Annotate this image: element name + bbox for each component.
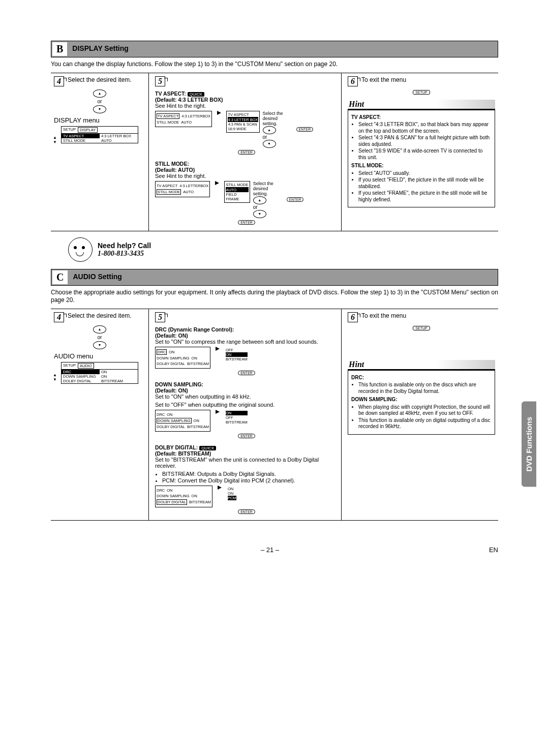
hint-still-mode-head: STILL MODE: bbox=[351, 163, 492, 169]
still-mode-hint: See Hint to the right. bbox=[155, 173, 338, 179]
audio-steps: 4 Select the desired item. or AUDIO menu… bbox=[51, 309, 498, 521]
dolby-opts: ON ON PCM bbox=[227, 486, 237, 501]
tv-aspect-head: TV ASPECT: QUICK bbox=[155, 90, 338, 97]
enter-button-icon: ENTER bbox=[296, 127, 314, 132]
step6-text: To exit the menu bbox=[361, 76, 406, 83]
hint-drc-head: DRC: bbox=[351, 375, 492, 381]
hint-item: Select "AUTO" usually. bbox=[358, 170, 492, 177]
osd-tab-audio: AUDIO bbox=[78, 363, 94, 369]
section-b-intro: You can change the display functions. Fo… bbox=[51, 61, 498, 69]
step-number-4: 4 bbox=[54, 312, 64, 322]
hint-item: Select "4:3 PAN & SCAN" for a full heigh… bbox=[358, 135, 492, 147]
page-number: – 21 – bbox=[261, 546, 279, 554]
arrow-right-icon bbox=[218, 486, 222, 490]
step6-text: To exit the menu bbox=[361, 312, 406, 319]
display-step6: 6 To exit the menu SETUP Hint TV ASPECT:… bbox=[345, 73, 498, 231]
page-lang: EN bbox=[489, 546, 498, 554]
up-button-icon bbox=[93, 325, 106, 334]
select-setting-label: Select the desired setting. or bbox=[253, 181, 284, 218]
hint-heading: Hint bbox=[348, 100, 495, 110]
dolby-bullet: PCM: Convert the Dolby Digital into PCM … bbox=[162, 477, 338, 483]
down-desc2: Set to "OFF" when outputting the origina… bbox=[155, 402, 338, 408]
down-opts: ON OFF BITSTREAM bbox=[225, 410, 249, 426]
drc-rows: DRCON DOWN SAMPLINGON DOLBY DIGITALBITST… bbox=[155, 347, 210, 369]
enter-button-icon: ENTER bbox=[287, 197, 304, 202]
arrow-right-icon bbox=[216, 347, 220, 351]
hint-ds-head: DOWN SAMPLING: bbox=[351, 397, 492, 403]
help-face-icon bbox=[68, 237, 93, 262]
enter-button-icon: ENTER bbox=[238, 434, 255, 438]
dolby-default: (Default: BITSTREAM) bbox=[155, 450, 338, 457]
help-phone: 1-800-813-3435 bbox=[98, 250, 151, 258]
drc-default: (Default: ON) bbox=[155, 332, 338, 339]
enter-button-icon: ENTER bbox=[238, 509, 255, 514]
scroll-arrows-icon: ▲▼ bbox=[53, 135, 57, 144]
dolby-head: DOLBY DIGITAL: QUICK bbox=[155, 444, 338, 450]
still-detail-rows: TV ASPECT4:3 LETTERBOX STILL MODEAUTO bbox=[155, 181, 210, 197]
section-c-title: AUDIO Setting bbox=[69, 269, 498, 285]
setup-button-icon: SETUP bbox=[413, 326, 430, 330]
audio-hint-box: DRC: This function is available only on … bbox=[348, 370, 495, 435]
arrow-right-icon bbox=[216, 410, 220, 414]
hint-item: This function is available only on the d… bbox=[358, 382, 492, 395]
dolby-bullet: BITSTREAM: Outputs a Dolby Digital Signa… bbox=[162, 471, 338, 477]
up-button-icon bbox=[93, 89, 106, 98]
down-head: DOWN SAMPLING: bbox=[155, 381, 338, 387]
quick-badge: QUICK bbox=[188, 92, 204, 97]
step-number-4: 4 bbox=[54, 76, 64, 86]
page-footer: – 21 – EN bbox=[51, 546, 498, 554]
display-hint-box: TV ASPECT: Select "4:3 LETTER BOX", so t… bbox=[348, 110, 495, 208]
or-label: or bbox=[54, 335, 145, 340]
drc-head: DRC (Dynamic Range Control): bbox=[155, 326, 338, 332]
audio-step4: 4 Select the desired item. or AUDIO menu… bbox=[51, 309, 149, 520]
section-c-header: C AUDIO Setting bbox=[51, 269, 498, 286]
step-number-5: 5 bbox=[155, 312, 165, 322]
side-tab-dvd-functions: DVD Functions bbox=[522, 402, 536, 487]
hint-item: Select "4:3 LETTER BOX", so that black b… bbox=[358, 122, 492, 134]
quick-badge: QUICK bbox=[199, 446, 216, 450]
osd-tab-display: DISPLAY bbox=[78, 127, 98, 133]
display-step5: 5 TV ASPECT: QUICK (Default: 4:3 LETTER … bbox=[152, 73, 342, 231]
section-c-intro: Choose the appropriate audio settings fo… bbox=[51, 289, 498, 305]
down-button-icon bbox=[253, 210, 266, 218]
down-button-icon bbox=[93, 105, 106, 113]
help-callout: Need help? Call 1-800-813-3435 bbox=[68, 237, 498, 262]
or-label: or bbox=[253, 204, 258, 210]
help-label: Need help? Call bbox=[98, 241, 151, 250]
down-button-icon bbox=[263, 140, 276, 148]
tv-aspect-options: TV ASPECT 4:3 LETTER BOX 4:3 PAN & SCAN … bbox=[226, 111, 259, 133]
scroll-arrows-icon: ▲▼ bbox=[53, 373, 57, 382]
down-default: (Default: ON) bbox=[155, 387, 338, 394]
audio-step5: 5 DRC (Dynamic Range Control): (Default:… bbox=[152, 309, 342, 520]
enter-button-icon: ENTER bbox=[238, 150, 255, 155]
step-number-6: 6 bbox=[348, 312, 358, 322]
or-label: or bbox=[54, 99, 145, 104]
section-b-header: B DISPLAY Setting bbox=[51, 41, 498, 57]
audio-menu-title: AUDIO menu bbox=[54, 352, 145, 360]
section-c-letter: C bbox=[52, 270, 68, 284]
tv-aspect-detail-rows: TV ASPECT4:3 LETTERBOX STILL MODEAUTO bbox=[155, 111, 212, 127]
osd-tab-setup: SETUP bbox=[62, 127, 77, 133]
hint-heading: Hint bbox=[348, 360, 495, 370]
display-menu-title: DISPLAY menu bbox=[54, 116, 145, 124]
down-rows: DRCON DOWN SAMPLINGON DOLBY DIGITALBITST… bbox=[155, 410, 210, 432]
hint-item: This function is available only on digit… bbox=[358, 417, 492, 430]
display-step4: 4 Select the desired item. or DISPLAY me… bbox=[51, 73, 149, 231]
still-options: STILL MODE AUTO FIELD FRAME bbox=[224, 181, 250, 203]
hint-item: If you select "FRAME", the picture in th… bbox=[358, 190, 492, 203]
section-b-letter: B bbox=[52, 42, 67, 56]
enter-button-icon: ENTER bbox=[238, 220, 255, 225]
still-mode-head: STILL MODE: bbox=[155, 161, 338, 167]
still-mode-default: (Default: AUTO) bbox=[155, 167, 338, 173]
arrow-right-icon bbox=[215, 181, 219, 185]
down-button-icon bbox=[93, 341, 106, 349]
hint-item: When playing disc with copyright Protect… bbox=[358, 404, 492, 417]
up-button-icon bbox=[253, 196, 266, 204]
setup-button-icon: SETUP bbox=[413, 90, 430, 95]
select-setting-label: Select the desired setting. or bbox=[263, 111, 293, 148]
hint-item: Select "16:9 WIDE" if a wide-screen TV i… bbox=[358, 148, 492, 161]
dolby-desc: Set to "BITSTREAM" when the unit is conn… bbox=[155, 457, 338, 469]
hint-tv-aspect-head: TV ASPECT: bbox=[351, 114, 492, 121]
audio-step6: 6 To exit the menu SETUP Hint DRC: This … bbox=[345, 309, 498, 520]
hint-item: If you select "FIELD", the picture in th… bbox=[358, 177, 492, 190]
